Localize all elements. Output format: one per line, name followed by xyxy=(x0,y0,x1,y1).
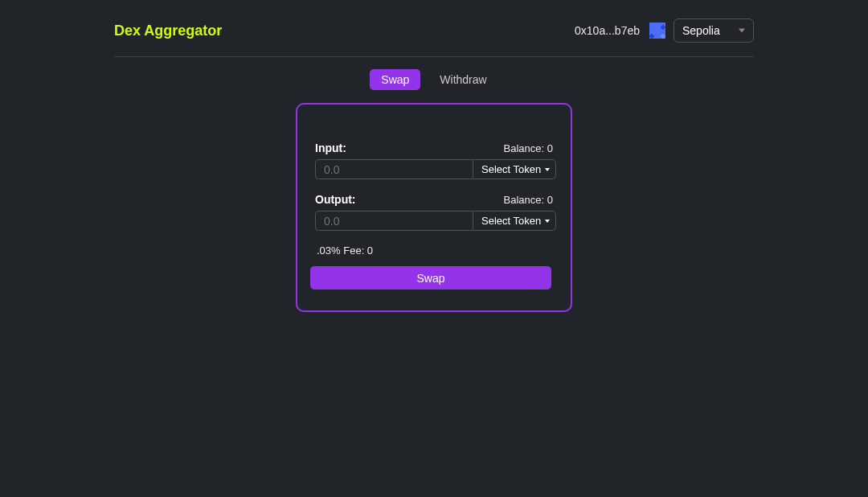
tab-withdraw[interactable]: Withdraw xyxy=(428,69,497,90)
output-amount-field[interactable] xyxy=(315,211,473,231)
input-group: Select Token xyxy=(315,159,553,179)
swap-button[interactable]: Swap xyxy=(310,266,551,290)
output-label: Output: xyxy=(315,193,356,206)
tabs: Swap Withdraw xyxy=(114,57,754,90)
network-select[interactable]: Sepolia xyxy=(674,18,754,43)
output-balance: Balance: 0 xyxy=(504,194,553,206)
wallet-address: 0x10a...b7eb xyxy=(575,24,640,37)
input-token-label: Select Token xyxy=(481,163,541,175)
output-field-header: Output: Balance: 0 xyxy=(315,193,553,206)
header: Dex Aggregator 0x10a...b7eb Sepolia xyxy=(114,0,754,57)
wallet-avatar-icon xyxy=(649,23,665,39)
input-field-header: Input: Balance: 0 xyxy=(315,142,553,154)
fee-text: .03% Fee: 0 xyxy=(317,244,553,257)
output-token-label: Select Token xyxy=(481,215,541,227)
input-token-select[interactable]: Select Token xyxy=(473,159,556,179)
tab-swap[interactable]: Swap xyxy=(370,69,420,90)
input-amount-field[interactable] xyxy=(315,159,473,179)
header-right: 0x10a...b7eb Sepolia xyxy=(575,18,754,43)
network-select-value: Sepolia xyxy=(682,24,720,37)
output-group: Select Token xyxy=(315,211,553,231)
input-label: Input: xyxy=(315,142,346,154)
input-balance: Balance: 0 xyxy=(504,142,553,154)
output-token-select[interactable]: Select Token xyxy=(473,211,556,231)
brand-title: Dex Aggregator xyxy=(114,23,222,39)
swap-card: Input: Balance: 0 Select Token Output: B… xyxy=(296,103,572,312)
